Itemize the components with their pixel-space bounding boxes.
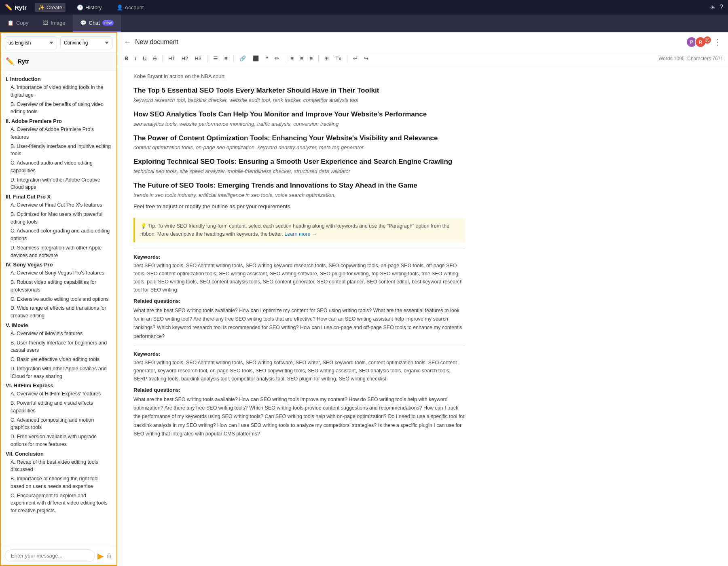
chat-header-title: Rytr [18, 58, 29, 65]
sun-icon[interactable]: ☀ [710, 4, 715, 11]
outline-item[interactable]: B. User-friendly interface for beginners… [6, 338, 112, 355]
outline-item[interactable]: A. Overview of iMovie's features [6, 329, 112, 338]
redo-button[interactable]: ↪ [362, 54, 371, 63]
section-keywords: seo analytics tools, website performance… [133, 121, 465, 127]
tone-dropdown[interactable]: Convincing Casual Formal Humorous Inspir… [60, 36, 112, 49]
send-button[interactable]: ▶ [97, 551, 104, 561]
section-heading: The Top 5 Essential SEO Tools Every Mark… [133, 86, 465, 95]
nav-account[interactable]: 👤 Account [113, 3, 147, 12]
outline-item[interactable]: A. Overview of Final Cut Pro X's feature… [6, 201, 112, 210]
bold-button[interactable]: B [122, 54, 131, 63]
outline-item[interactable]: B. Overview of the benefits of using vid… [6, 100, 112, 117]
outline-item[interactable]: A. Overview of Adobe Premiere Pro's feat… [6, 125, 112, 142]
related-questions-label-1: Related questions: [133, 298, 465, 304]
outline-item[interactable]: D. Integration with other Apple devices … [6, 364, 112, 381]
outline-item[interactable]: A. Overview of HitFilm Express' features [6, 389, 112, 399]
outline-item[interactable]: V. iMovie [6, 321, 112, 329]
outline-item[interactable]: B. Powerful editing and visual effects c… [6, 399, 112, 416]
outline-item[interactable]: D. Wide range of effects and transitions… [6, 304, 112, 321]
outline-item[interactable]: III. Final Cut Pro X [6, 192, 112, 201]
outline-item[interactable]: B. Robust video editing capabilities for… [6, 278, 112, 295]
link-button[interactable]: 🔗 [237, 54, 248, 63]
underline-button[interactable]: U [140, 54, 149, 63]
align-left-button[interactable]: ≡ [288, 54, 296, 63]
outline-item[interactable]: C. Encouragement to explore and experime… [6, 491, 112, 515]
table-button[interactable]: ⊞ [322, 54, 331, 63]
outline-item[interactable]: C. Advanced compositing and motion graph… [6, 416, 112, 433]
back-button[interactable]: ← [124, 38, 131, 46]
copy-icon: 📋 [7, 20, 14, 26]
section-keywords: trends in seo tools industry, artificial… [133, 192, 465, 198]
outline-item[interactable]: VI. HitFilm Express [6, 381, 112, 389]
strikethrough-button[interactable]: S [150, 54, 159, 63]
outline-item[interactable]: VII. Conclusion [6, 449, 112, 458]
nav-create[interactable]: ✨ Create [35, 3, 66, 12]
history-icon: 🕐 [77, 4, 83, 11]
outline-item[interactable]: C. Basic yet effective video editing too… [6, 355, 112, 364]
italic-button[interactable]: I [132, 54, 139, 63]
align-center-button[interactable]: ≡ [298, 54, 306, 63]
trash-button[interactable]: 🗑 [106, 552, 112, 560]
document-menu[interactable]: ⋮ [713, 37, 722, 47]
outline-item[interactable]: II. Adobe Premiere Pro [6, 116, 112, 125]
brand-logo[interactable]: ✏️ Rytr [5, 4, 27, 11]
chat-header-icon: ✏️ [6, 57, 15, 66]
outline-item[interactable]: B. Optimized for Mac users with powerful… [6, 210, 112, 227]
image-insert-button[interactable]: ⬛ [250, 54, 261, 63]
learn-more-link[interactable]: Learn more → [284, 231, 317, 237]
brand-icon: ✏️ [5, 4, 13, 11]
align-right-button[interactable]: ≡ [307, 54, 315, 63]
formatting-toolbar: B I U S H1 H2 H3 ☰ ≡ 🔗 ⬛ ❝ ✏ ≡ ≡ ≡ ⊞ Tx … [117, 52, 728, 65]
h2-button[interactable]: H2 [179, 54, 191, 63]
language-dropdown[interactable]: us English uk English French Spanish Ger… [5, 36, 57, 49]
undo-button[interactable]: ↩ [351, 54, 360, 63]
outline-item[interactable]: A. Overview of Sony Vegas Pro's features [6, 268, 112, 278]
controls-row: us English uk English French Spanish Ger… [1, 33, 116, 53]
tab-image[interactable]: 🖼 Image [36, 15, 72, 32]
section-heading: The Power of Content Optimization Tools:… [133, 133, 465, 143]
keywords-label-2: Keywords: [133, 351, 465, 357]
outline-item[interactable]: B. Importance of choosing the right tool… [6, 474, 112, 491]
outline-item[interactable]: C. Advanced audio and video editing capa… [6, 158, 112, 175]
keywords-text-1: best SEO writing tools, SEO content writ… [133, 262, 465, 294]
clear-format-button[interactable]: Tx [333, 54, 343, 63]
document-title: New document [135, 38, 178, 46]
outline-item[interactable]: C. Extensive audio editing tools and opt… [6, 295, 112, 304]
chat-badge: new [102, 20, 114, 25]
questions-text-1: What are the best SEO writing tools avai… [133, 306, 465, 341]
outline-item[interactable]: D. Free version available with upgrade o… [6, 432, 112, 449]
toolbar-separator-2 [207, 55, 207, 62]
account-icon: 👤 [116, 4, 123, 11]
h1-button[interactable]: H1 [166, 54, 178, 63]
tab-copy[interactable]: 📋 Copy [0, 15, 36, 32]
tab-chat[interactable]: 💬 Chat new [73, 15, 121, 32]
outline-item[interactable]: C. Advanced color grading and audio edit… [6, 226, 112, 243]
help-icon[interactable]: ? [720, 4, 723, 11]
document-header: ← New document P R 35 ⋮ [117, 32, 728, 52]
send-icon: ▶ [97, 551, 104, 560]
outline-item[interactable]: B. User-friendly interface and intuitive… [6, 142, 112, 159]
toolbar-separator-5 [318, 55, 319, 62]
unordered-list-button[interactable]: ☰ [211, 54, 220, 63]
tab-bar: 📋 Copy 🖼 Image 💬 Chat new [0, 15, 728, 32]
outline-item[interactable]: A. Importance of video editing tools in … [6, 83, 112, 100]
chat-input[interactable] [5, 549, 95, 562]
section-keywords: content optimization tools, on-page seo … [133, 144, 465, 150]
document-content: Kobe Bryant in action on the NBA court T… [117, 65, 481, 566]
ordered-list-button[interactable]: ≡ [222, 54, 230, 63]
h3-button[interactable]: H3 [192, 54, 204, 63]
outline-item[interactable]: IV. Sony Vegas Pro [6, 260, 112, 268]
outline-item[interactable]: D. Integration with other Adobe Creative… [6, 175, 112, 192]
image-icon: 🖼 [43, 20, 48, 26]
adjust-text: Feel free to adjust or modify the outlin… [133, 202, 465, 211]
outline-item[interactable]: I. Introduction [6, 74, 112, 83]
trash-icon: 🗑 [106, 552, 112, 559]
outline-item[interactable]: D. Seamless integration with other Apple… [6, 243, 112, 260]
nav-history[interactable]: 🕐 History [74, 3, 105, 12]
divider-1 [133, 249, 465, 249]
left-panel: us English uk English French Spanish Ger… [0, 32, 117, 566]
toolbar-separator-6 [347, 55, 347, 62]
quote-button[interactable]: ❝ [263, 54, 271, 63]
highlight-button[interactable]: ✏ [272, 54, 281, 63]
outline-item[interactable]: A. Recap of the best video editing tools… [6, 458, 112, 475]
